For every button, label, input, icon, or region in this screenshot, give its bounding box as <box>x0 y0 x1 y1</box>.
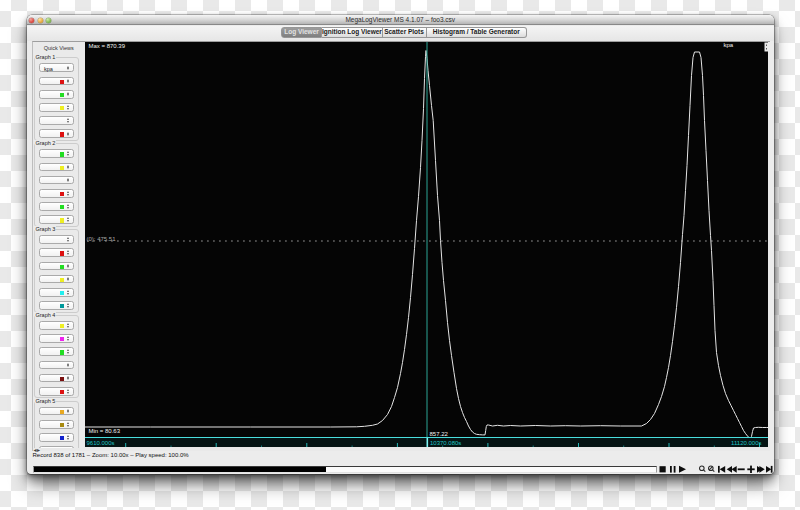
svg-text:9610.000s: 9610.000s <box>86 439 114 445</box>
svg-text:Max = 870.39: Max = 870.39 <box>88 42 125 48</box>
svg-text:10370.080s: 10370.080s <box>430 439 461 445</box>
svg-text:857.22: 857.22 <box>429 430 448 436</box>
svg-text:11120.000s: 11120.000s <box>731 439 761 445</box>
svg-text:kpa: kpa <box>723 42 733 48</box>
svg-text:Min = 80.63: Min = 80.63 <box>88 427 120 433</box>
svg-text:(0): 475.51: (0): 475.51 <box>86 235 116 241</box>
